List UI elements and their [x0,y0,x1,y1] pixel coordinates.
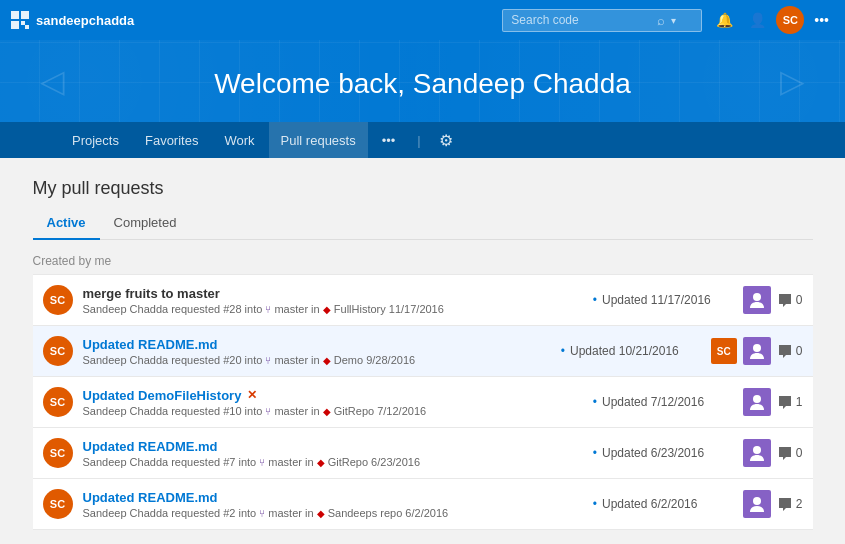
pr-info: Updated DemoFileHistory ✕ Sandeep Chadda… [83,388,583,417]
pr-updated: Updated 6/2/2016 [593,497,733,511]
pr-subtitle: Sandeep Chadda requested #20 into ⑂ mast… [83,354,551,366]
pr-updated: Updated 7/12/2016 [593,395,733,409]
pr-row: SC Updated README.md Sandeep Chadda requ… [33,326,813,377]
avatar[interactable]: SC [776,6,804,34]
svg-rect-3 [21,21,25,25]
nav-more[interactable]: ••• [370,122,408,158]
pr-row: SC Updated DemoFileHistory ✕ Sandeep Cha… [33,377,813,428]
comment-count: 0 [796,344,803,358]
comment-icon: 0 [777,343,803,359]
comment-icon: 1 [777,394,803,410]
pr-info: merge fruits to master Sandeep Chadda re… [83,286,583,315]
nav-work[interactable]: Work [212,122,266,158]
reviewer-icon [743,439,771,467]
pr-info: Updated README.md Sandeep Chadda request… [83,490,583,519]
svg-point-8 [753,446,761,454]
pr-title[interactable]: Updated README.md [83,490,583,505]
pr-title[interactable]: Updated DemoFileHistory ✕ [83,388,583,403]
warning-icon: ✕ [247,388,257,402]
more-icon[interactable]: ••• [808,8,835,32]
sub-nav: Projects Favorites Work Pull requests ••… [0,122,845,158]
avatar: SC [43,336,73,366]
created-by-me-label: Created by me [33,254,813,268]
svg-rect-4 [25,25,29,29]
pr-subtitle: Sandeep Chadda requested #2 into ⑂ maste… [83,507,583,519]
hero-right-arrow: ▷ [780,62,805,100]
tab-active[interactable]: Active [33,209,100,240]
comment-count: 1 [796,395,803,409]
svg-point-7 [753,395,761,403]
top-nav-icons: 🔔 👤 SC ••• [710,6,835,34]
user-icon[interactable]: 👤 [743,8,772,32]
avatar: SC [43,438,73,468]
reviewer-icon [743,388,771,416]
tabs: Active Completed [33,209,813,240]
pr-updated: Updated 11/17/2016 [593,293,733,307]
pr-actions: 2 [743,490,803,518]
logo-text: sandeepchadda [36,13,134,28]
chevron-down-icon[interactable]: ▾ [671,15,676,26]
pr-title[interactable]: merge fruits to master [83,286,583,301]
avatar-small: SC [711,338,737,364]
search-bar[interactable]: ⌕ ▾ [502,9,702,32]
hero-title: Welcome back, Sandeep Chadda [0,68,845,100]
pr-actions: 1 [743,388,803,416]
hero-banner: ◁ Welcome back, Sandeep Chadda ▷ [0,40,845,122]
comment-icon: 2 [777,496,803,512]
svg-point-6 [753,344,761,352]
settings-icon[interactable]: ⚙ [431,131,461,150]
svg-rect-2 [11,21,19,29]
reviewer-icon [743,286,771,314]
avatar: SC [43,285,73,315]
pr-title[interactable]: Updated README.md [83,337,551,352]
main-content: My pull requests Active Completed Create… [13,158,833,544]
tab-completed[interactable]: Completed [100,209,191,240]
top-nav: sandeepchadda ⌕ ▾ 🔔 👤 SC ••• [0,0,845,40]
comment-count: 0 [796,446,803,460]
svg-rect-0 [11,11,19,19]
pr-info: Updated README.md Sandeep Chadda request… [83,337,551,366]
search-input[interactable] [511,13,651,27]
svg-rect-1 [21,11,29,19]
pr-updated: Updated 10/21/2016 [561,344,701,358]
comment-count: 0 [796,293,803,307]
pr-title[interactable]: Updated README.md [83,439,583,454]
pr-subtitle: Sandeep Chadda requested #28 into ⑂ mast… [83,303,583,315]
pr-row: SC Updated README.md Sandeep Chadda requ… [33,428,813,479]
created-by-me-list: SC merge fruits to master Sandeep Chadda… [33,274,813,530]
avatar: SC [43,489,73,519]
pr-actions: SC 0 [711,337,803,365]
reviewer-icon [743,490,771,518]
avatar: SC [43,387,73,417]
nav-separator: | [417,133,420,148]
search-icon: ⌕ [657,13,665,28]
svg-point-5 [753,293,761,301]
pr-actions: 0 [743,286,803,314]
pr-subtitle: Sandeep Chadda requested #10 into ⑂ mast… [83,405,583,417]
pr-row: SC merge fruits to master Sandeep Chadda… [33,274,813,326]
pr-subtitle: Sandeep Chadda requested #7 into ⑂ maste… [83,456,583,468]
nav-pull-requests[interactable]: Pull requests [269,122,368,158]
pr-actions: 0 [743,439,803,467]
nav-projects[interactable]: Projects [60,122,131,158]
pr-info: Updated README.md Sandeep Chadda request… [83,439,583,468]
svg-point-9 [753,497,761,505]
notifications-icon[interactable]: 🔔 [710,8,739,32]
comment-icon: 0 [777,292,803,308]
reviewer-icon [743,337,771,365]
page-title: My pull requests [33,178,813,199]
pr-updated: Updated 6/23/2016 [593,446,733,460]
comment-icon: 0 [777,445,803,461]
pr-row: SC Updated README.md Sandeep Chadda requ… [33,479,813,530]
nav-favorites[interactable]: Favorites [133,122,210,158]
logo[interactable]: sandeepchadda [10,10,134,30]
comment-count: 2 [796,497,803,511]
